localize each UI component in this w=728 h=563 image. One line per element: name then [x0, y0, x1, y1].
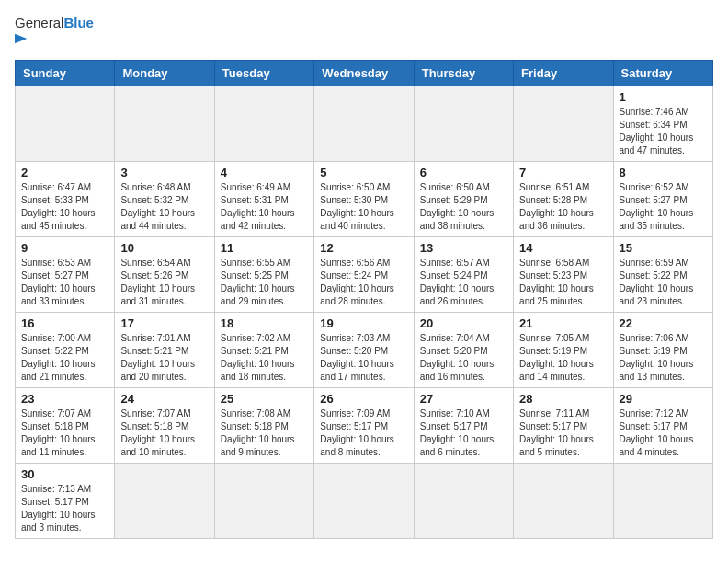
weekday-header-monday: Monday: [115, 61, 214, 86]
calendar-cell: 15Sunrise: 6:59 AM Sunset: 5:22 PM Dayli…: [613, 237, 712, 313]
calendar-cell: [115, 86, 214, 162]
day-number: 2: [21, 166, 108, 179]
calendar-cell: [16, 86, 115, 162]
day-info: Sunrise: 7:10 AM Sunset: 5:17 PM Dayligh…: [420, 408, 507, 459]
calendar-cell: 27Sunrise: 7:10 AM Sunset: 5:17 PM Dayli…: [414, 388, 513, 464]
day-number: 19: [320, 316, 407, 330]
day-number: 28: [519, 392, 607, 406]
day-number: 8: [620, 166, 707, 179]
calendar-cell: 20Sunrise: 7:04 AM Sunset: 5:20 PM Dayli…: [414, 313, 513, 388]
day-info: Sunrise: 7:06 AM Sunset: 5:19 PM Dayligh…: [620, 332, 707, 384]
day-number: 4: [221, 166, 308, 179]
day-number: 18: [221, 316, 308, 330]
week-row-5: 30Sunrise: 7:13 AM Sunset: 5:17 PM Dayli…: [16, 464, 713, 539]
day-info: Sunrise: 6:53 AM Sunset: 5:27 PM Dayligh…: [21, 257, 108, 308]
calendar-cell: 10Sunrise: 6:54 AM Sunset: 5:26 PM Dayli…: [115, 237, 214, 313]
calendar-cell: 18Sunrise: 7:02 AM Sunset: 5:21 PM Dayli…: [214, 313, 313, 388]
day-number: 27: [420, 392, 507, 406]
day-number: 6: [420, 166, 507, 179]
day-info: Sunrise: 6:57 AM Sunset: 5:24 PM Dayligh…: [420, 257, 507, 308]
calendar-cell: 17Sunrise: 7:01 AM Sunset: 5:21 PM Dayli…: [115, 313, 214, 388]
calendar-cell: 25Sunrise: 7:08 AM Sunset: 5:18 PM Dayli…: [214, 388, 313, 464]
calendar-cell: 3Sunrise: 6:48 AM Sunset: 5:32 PM Daylig…: [115, 162, 214, 237]
calendar-cell: 4Sunrise: 6:49 AM Sunset: 5:31 PM Daylig…: [214, 162, 313, 237]
day-number: 13: [420, 241, 507, 255]
day-info: Sunrise: 6:52 AM Sunset: 5:27 PM Dayligh…: [620, 181, 707, 233]
calendar-cell: [214, 86, 313, 162]
week-row-3: 16Sunrise: 7:00 AM Sunset: 5:22 PM Dayli…: [16, 313, 713, 388]
calendar-cell: [214, 464, 313, 539]
day-number: 26: [320, 392, 407, 406]
day-number: 10: [120, 241, 208, 255]
day-info: Sunrise: 7:04 AM Sunset: 5:20 PM Dayligh…: [420, 332, 507, 384]
day-info: Sunrise: 7:02 AM Sunset: 5:21 PM Dayligh…: [221, 332, 308, 384]
day-number: 30: [21, 467, 108, 481]
calendar-cell: 11Sunrise: 6:55 AM Sunset: 5:25 PM Dayli…: [214, 237, 313, 313]
svg-marker-0: [15, 33, 27, 43]
day-number: 20: [420, 316, 507, 330]
calendar-cell: 9Sunrise: 6:53 AM Sunset: 5:27 PM Daylig…: [16, 237, 115, 313]
day-number: 7: [519, 166, 607, 179]
calendar-cell: 26Sunrise: 7:09 AM Sunset: 5:17 PM Dayli…: [314, 388, 414, 464]
logo-text: GeneralBlue: [15, 15, 94, 49]
day-info: Sunrise: 7:05 AM Sunset: 5:19 PM Dayligh…: [519, 332, 607, 384]
weekday-header-thursday: Thursday: [414, 61, 513, 86]
day-info: Sunrise: 6:55 AM Sunset: 5:25 PM Dayligh…: [221, 257, 308, 308]
calendar-cell: 16Sunrise: 7:00 AM Sunset: 5:22 PM Dayli…: [16, 313, 115, 388]
calendar-cell: [314, 86, 414, 162]
day-number: 16: [21, 316, 108, 330]
day-info: Sunrise: 7:08 AM Sunset: 5:18 PM Dayligh…: [221, 408, 308, 459]
day-number: 17: [120, 316, 208, 330]
day-info: Sunrise: 6:50 AM Sunset: 5:29 PM Dayligh…: [420, 181, 507, 233]
day-info: Sunrise: 7:03 AM Sunset: 5:20 PM Dayligh…: [320, 332, 407, 384]
day-info: Sunrise: 7:13 AM Sunset: 5:17 PM Dayligh…: [21, 483, 108, 534]
calendar-cell: 30Sunrise: 7:13 AM Sunset: 5:17 PM Dayli…: [16, 464, 115, 539]
day-info: Sunrise: 6:56 AM Sunset: 5:24 PM Dayligh…: [320, 257, 407, 308]
day-info: Sunrise: 6:59 AM Sunset: 5:22 PM Dayligh…: [620, 257, 707, 308]
day-info: Sunrise: 6:47 AM Sunset: 5:33 PM Dayligh…: [21, 181, 108, 233]
header: GeneralBlue: [15, 15, 713, 49]
day-info: Sunrise: 7:11 AM Sunset: 5:17 PM Dayligh…: [519, 408, 607, 459]
weekday-header-row: SundayMondayTuesdayWednesdayThursdayFrid…: [16, 61, 713, 86]
day-number: 29: [620, 392, 707, 406]
calendar-cell: [613, 464, 712, 539]
day-info: Sunrise: 7:46 AM Sunset: 6:34 PM Dayligh…: [620, 106, 707, 157]
day-number: 1: [620, 90, 707, 104]
logo: GeneralBlue: [15, 15, 94, 49]
calendar-cell: 7Sunrise: 6:51 AM Sunset: 5:28 PM Daylig…: [514, 162, 613, 237]
calendar-cell: 8Sunrise: 6:52 AM Sunset: 5:27 PM Daylig…: [613, 162, 712, 237]
calendar-cell: 12Sunrise: 6:56 AM Sunset: 5:24 PM Dayli…: [314, 237, 414, 313]
week-row-4: 23Sunrise: 7:07 AM Sunset: 5:18 PM Dayli…: [16, 388, 713, 464]
day-info: Sunrise: 6:51 AM Sunset: 5:28 PM Dayligh…: [519, 181, 607, 233]
calendar-cell: 23Sunrise: 7:07 AM Sunset: 5:18 PM Dayli…: [16, 388, 115, 464]
day-number: 12: [320, 241, 407, 255]
calendar-cell: 22Sunrise: 7:06 AM Sunset: 5:19 PM Dayli…: [613, 313, 712, 388]
calendar-cell: 14Sunrise: 6:58 AM Sunset: 5:23 PM Dayli…: [514, 237, 613, 313]
day-number: 24: [120, 392, 208, 406]
day-info: Sunrise: 7:07 AM Sunset: 5:18 PM Dayligh…: [21, 408, 108, 459]
day-info: Sunrise: 6:58 AM Sunset: 5:23 PM Dayligh…: [519, 257, 607, 308]
calendar-cell: 24Sunrise: 7:07 AM Sunset: 5:18 PM Dayli…: [115, 388, 214, 464]
calendar-cell: [115, 464, 214, 539]
calendar-cell: 19Sunrise: 7:03 AM Sunset: 5:20 PM Dayli…: [314, 313, 414, 388]
day-info: Sunrise: 6:48 AM Sunset: 5:32 PM Dayligh…: [120, 181, 208, 233]
day-number: 15: [620, 241, 707, 255]
day-number: 22: [620, 316, 707, 330]
day-number: 14: [519, 241, 607, 255]
week-row-1: 2Sunrise: 6:47 AM Sunset: 5:33 PM Daylig…: [16, 162, 713, 237]
weekday-header-wednesday: Wednesday: [314, 61, 414, 86]
day-info: Sunrise: 7:09 AM Sunset: 5:17 PM Dayligh…: [320, 408, 407, 459]
day-number: 5: [320, 166, 407, 179]
calendar: SundayMondayTuesdayWednesdayThursdayFrid…: [15, 60, 713, 539]
day-info: Sunrise: 6:49 AM Sunset: 5:31 PM Dayligh…: [221, 181, 308, 233]
calendar-cell: 1Sunrise: 7:46 AM Sunset: 6:34 PM Daylig…: [613, 86, 712, 162]
week-row-0: 1Sunrise: 7:46 AM Sunset: 6:34 PM Daylig…: [16, 86, 713, 162]
calendar-cell: 28Sunrise: 7:11 AM Sunset: 5:17 PM Dayli…: [514, 388, 613, 464]
calendar-cell: [514, 464, 613, 539]
day-number: 23: [21, 392, 108, 406]
weekday-header-friday: Friday: [514, 61, 613, 86]
calendar-cell: 29Sunrise: 7:12 AM Sunset: 5:17 PM Dayli…: [613, 388, 712, 464]
calendar-cell: 13Sunrise: 6:57 AM Sunset: 5:24 PM Dayli…: [414, 237, 513, 313]
calendar-cell: [314, 464, 414, 539]
weekday-header-saturday: Saturday: [613, 61, 712, 86]
